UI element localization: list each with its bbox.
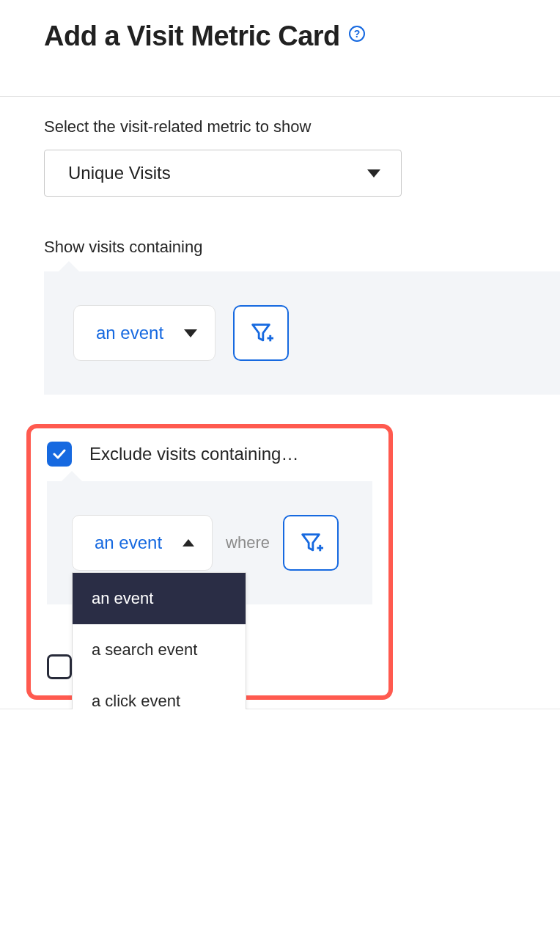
exclude-checkbox[interactable]	[47, 442, 72, 467]
exclude-event-type-value: an event	[95, 533, 162, 553]
exclude-highlight: Exclude visits containing… an event an e…	[26, 424, 393, 700]
show-event-type-value: an event	[96, 323, 163, 343]
filter-add-icon	[248, 321, 273, 345]
where-label: where	[226, 533, 270, 552]
chevron-down-icon	[367, 169, 380, 178]
help-glyph: ?	[354, 28, 360, 40]
show-event-type-select[interactable]: an event	[73, 305, 215, 361]
page-title: Add a Visit Metric Card ?	[44, 21, 365, 52]
exclude-visits-panel: an event an event a search event a click…	[47, 481, 372, 604]
help-icon[interactable]: ?	[349, 26, 365, 42]
exclude-event-type-dropdown: an event a search event a click event a …	[72, 572, 246, 709]
dropdown-option[interactable]: a click event	[73, 676, 246, 709]
metric-select-value: Unique Visits	[68, 163, 171, 183]
chevron-down-icon	[184, 329, 197, 337]
additional-checkbox[interactable]	[47, 654, 72, 679]
show-visits-label: Show visits containing	[44, 238, 516, 257]
dropdown-option[interactable]: a search event	[73, 624, 246, 676]
exclude-checkbox-label: Exclude visits containing…	[89, 444, 298, 464]
filter-add-icon	[298, 530, 323, 555]
exclude-event-type-select[interactable]: an event	[72, 515, 213, 571]
metric-select[interactable]: Unique Visits	[44, 150, 402, 197]
metric-label: Select the visit-related metric to show	[44, 117, 516, 136]
exclude-add-filter-button[interactable]	[283, 515, 339, 571]
show-visits-panel: an event	[44, 271, 560, 395]
chevron-up-icon	[183, 539, 194, 546]
add-filter-button[interactable]	[233, 305, 289, 361]
page-title-text: Add a Visit Metric Card	[44, 21, 340, 52]
checkmark-icon	[53, 449, 66, 459]
dropdown-option[interactable]: an event	[73, 573, 246, 624]
